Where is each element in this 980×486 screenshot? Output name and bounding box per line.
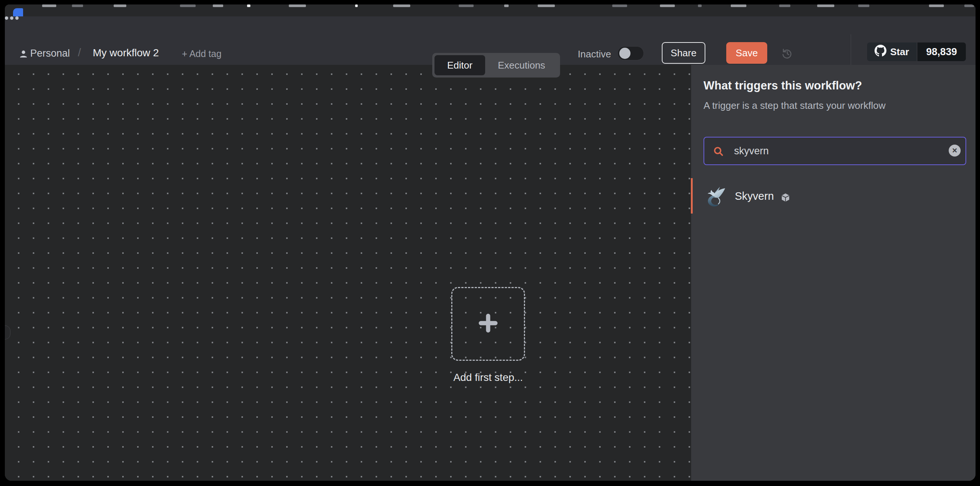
add-first-step-button[interactable]: [451, 287, 525, 361]
workflow-canvas[interactable]: Add first step...: [5, 65, 691, 481]
github-star-button[interactable]: Star: [867, 43, 916, 61]
save-button[interactable]: Save: [726, 42, 767, 64]
result-node-name: Skyvern: [735, 190, 774, 202]
breadcrumb-separator: /: [78, 46, 81, 59]
add-first-step-label: Add first step...: [432, 371, 544, 384]
package-cube-icon: [781, 193, 790, 204]
add-tag-button[interactable]: + Add tag: [182, 48, 221, 59]
view-switch: Editor Executions: [432, 53, 560, 78]
search-icon: [713, 145, 724, 159]
ellipsis-icon[interactable]: [5, 16, 975, 20]
activation-status-label: Inactive: [564, 48, 611, 60]
skyvern-dragon-icon: [703, 185, 727, 209]
sidebar-expand-button[interactable]: [5, 325, 10, 339]
toggle-knob: [619, 48, 630, 59]
result-hover-accent: [691, 178, 693, 214]
github-octocat-icon: [875, 45, 886, 59]
activation-toggle[interactable]: [617, 46, 644, 61]
share-button[interactable]: Share: [662, 42, 705, 64]
panel-subtitle: A trigger is a step that starts your wor…: [703, 100, 885, 112]
breadcrumb-project[interactable]: Personal: [30, 48, 70, 59]
panel-title: What triggers this workflow?: [703, 79, 862, 92]
favicon-fragment: [13, 8, 23, 16]
browser-tab-strip: [5, 5, 975, 17]
history-icon[interactable]: [781, 48, 793, 60]
tab-executions[interactable]: Executions: [485, 55, 558, 75]
github-star-count[interactable]: 98,839: [917, 43, 966, 61]
app-window: Personal / My workflow 2 + Add tag Inact…: [5, 5, 975, 481]
circle-x-icon[interactable]: ✕: [949, 145, 961, 156]
search-result-skyvern[interactable]: Skyvern: [691, 178, 975, 214]
tab-editor[interactable]: Editor: [434, 55, 485, 75]
github-star-widget[interactable]: Star 98,839: [867, 43, 966, 61]
plus-icon: [476, 311, 500, 337]
trigger-panel: [691, 65, 975, 481]
workflow-title[interactable]: My workflow 2: [93, 47, 159, 59]
github-star-label: Star: [890, 46, 909, 58]
user-icon: [19, 49, 28, 59]
node-search-input[interactable]: [703, 137, 966, 165]
